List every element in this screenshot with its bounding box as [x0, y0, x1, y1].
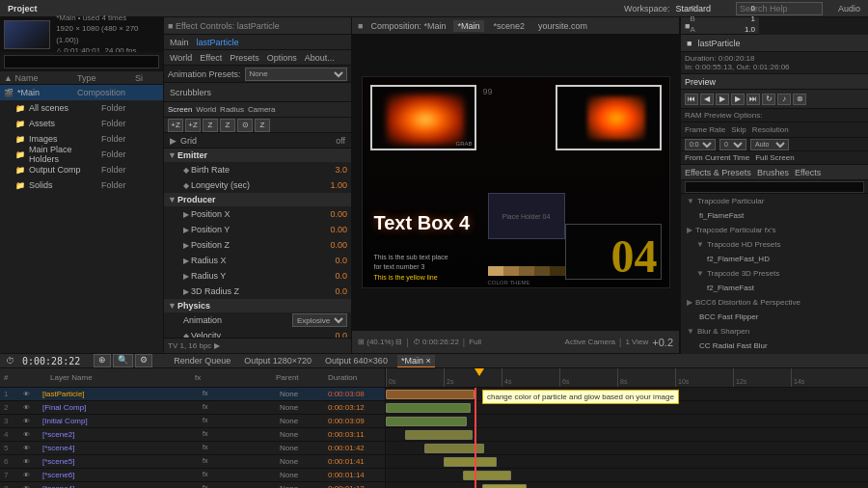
presets-select[interactable]: None: [245, 68, 347, 81]
main-comp-view[interactable]: GRAB 99 Text Box 4 This is the sub text …: [352, 35, 679, 330]
radius-x-row[interactable]: ▶ Radius X 0.0: [164, 253, 351, 268]
fx-btn-5[interactable]: fx: [203, 444, 212, 453]
comp-reset-btn[interactable]: +0.2: [652, 337, 673, 348]
fx-btn-4[interactable]: fx: [203, 430, 212, 440]
ep-trapcode-fx[interactable]: ▶ Trapcode Particular fx's: [681, 223, 868, 237]
layer-row-7[interactable]: 7 👁 [*scene6] fx None 0:00:01:14: [0, 469, 385, 482]
ep-flamefast-2[interactable]: f2_FlameFast: [681, 281, 868, 295]
menu-lastparticle[interactable]: lastParticle: [197, 38, 239, 47]
scrubber-z5[interactable]: Z: [255, 119, 270, 132]
ep-cc-radial[interactable]: CC Radial Fast Blur: [681, 339, 868, 353]
birth-rate-row[interactable]: ◆ Birth Rate 3.0: [164, 162, 351, 177]
btn-audio[interactable]: ♪: [777, 94, 791, 105]
ep-trapcode-hd[interactable]: ▼ Trapcode HD Presets: [681, 237, 868, 252]
btn-to-start[interactable]: ⏮: [685, 94, 698, 105]
tab-scene2[interactable]: *scene2: [490, 20, 529, 32]
layer-row-5[interactable]: 5 👁 [*scene4] fx None 0:00:01:42: [0, 442, 385, 455]
eye-icon-7[interactable]: 👁: [23, 472, 30, 478]
fx-btn-7[interactable]: fx: [203, 471, 212, 480]
ep-trapcode-3d[interactable]: ▼ Trapcode 3D Presets: [681, 266, 868, 281]
project-item-solids[interactable]: 📁 Solids Folder: [0, 177, 163, 193]
scrubber-z2[interactable]: +Z: [185, 119, 201, 132]
tab-output-2[interactable]: Output 640×360: [321, 355, 392, 366]
btn-mute[interactable]: ⊗: [793, 94, 806, 105]
scrubber-z3[interactable]: Z: [203, 119, 218, 132]
layer-row-1[interactable]: 1 👁 [lastParticle] fx None 0:00:03:08: [0, 388, 385, 401]
track-5[interactable]: [386, 442, 868, 455]
tab-main-timeline[interactable]: *Main ×: [397, 355, 435, 367]
project-item-output[interactable]: 📁 Output Comp Folder: [0, 162, 163, 177]
velocity-row[interactable]: ◆ Velocity 0.0: [164, 328, 351, 338]
ep-flamefast[interactable]: fi_FlameFast: [681, 208, 868, 223]
tl-btn-3[interactable]: ⚙: [135, 354, 152, 367]
tab-yoursite[interactable]: yoursite.com: [534, 20, 591, 32]
ep-bcc6[interactable]: ▶ BCC6 Distortion & Perspective: [681, 295, 868, 310]
track-6[interactable]: [386, 455, 868, 469]
fx-btn-3[interactable]: fx: [203, 417, 212, 426]
animation-row[interactable]: Animation Explosive: [164, 312, 351, 328]
frame-rate-select[interactable]: 0:01: [685, 139, 716, 150]
scrubber-z1[interactable]: +Z: [168, 119, 183, 132]
ep-blur-sharpen[interactable]: ▼ Blur & Sharpen: [681, 324, 868, 339]
tl-btn-2[interactable]: 🔍: [113, 354, 133, 367]
btn-play[interactable]: ▶: [716, 94, 729, 105]
menu-world[interactable]: World: [170, 53, 192, 63]
radius-tab[interactable]: Radius: [220, 105, 244, 114]
project-item-placeholders[interactable]: 📁 Main Place Holders Folder: [0, 147, 163, 162]
camera-tab[interactable]: Camera: [248, 105, 275, 114]
menu-main[interactable]: Main: [170, 38, 189, 47]
track-3[interactable]: [386, 415, 868, 428]
fx-btn-6[interactable]: fx: [203, 457, 212, 467]
track-7[interactable]: [386, 469, 868, 482]
eye-icon-2[interactable]: 👁: [23, 404, 30, 411]
tab-main[interactable]: *Main: [453, 20, 483, 32]
btn-fwd-frame[interactable]: ▶: [731, 94, 745, 105]
project-search[interactable]: [0, 52, 163, 71]
section-producer[interactable]: ▼ Producer: [164, 193, 351, 206]
scrubber-circle[interactable]: ⊙: [237, 119, 253, 132]
animation-dropdown[interactable]: Explosive: [292, 313, 347, 327]
layer-row-2[interactable]: 2 👁 [Final Comp] fx None 0:00:03:12: [0, 401, 385, 415]
fx-btn-2[interactable]: fx: [203, 403, 212, 413]
eye-icon-1[interactable]: 👁: [23, 391, 30, 397]
layer-row-4[interactable]: 4 👁 [*scene2] fx None 0:00:03:11: [0, 428, 385, 442]
radius-y-row[interactable]: ▶ Radius Y 0.0: [164, 268, 351, 284]
eye-icon-3[interactable]: 👁: [23, 418, 30, 424]
timeline-tracks[interactable]: 0s 2s 4s 6s 8s 10s 12s 14s change color …: [386, 368, 868, 488]
project-search-input[interactable]: [4, 55, 159, 68]
effects-tab[interactable]: Effects: [795, 168, 821, 177]
btn-back-frame[interactable]: ◀: [700, 94, 714, 105]
eye-icon-5[interactable]: 👁: [23, 445, 30, 451]
project-item-all-scenes[interactable]: 📁 All scenes Folder: [0, 100, 163, 116]
menu-presets[interactable]: Presets: [230, 53, 259, 63]
pos-x-row[interactable]: ▶ Position X 0.00: [164, 206, 351, 222]
skip-select[interactable]: 0: [719, 139, 746, 150]
effects-search[interactable]: [685, 181, 864, 193]
section-physics[interactable]: ▼ Physics: [164, 299, 351, 312]
world-tab[interactable]: World: [196, 105, 216, 114]
screen-tab[interactable]: Screen: [168, 105, 192, 114]
layer-row-6[interactable]: 6 👁 [*scene5] fx None 0:00:01:41: [0, 455, 385, 469]
eye-icon-4[interactable]: 👁: [23, 431, 30, 438]
brushes-tab[interactable]: Brushes: [757, 168, 789, 177]
pos-y-row[interactable]: ▶ Position Y 0.00: [164, 222, 351, 237]
ep-trapcode[interactable]: ▼ Trapcode Particular: [681, 194, 868, 208]
ep-bcc-flipper[interactable]: BCC Fast Flipper: [681, 310, 868, 324]
ep-flamefast-hd[interactable]: f2_FlameFast_HD: [681, 252, 868, 266]
btn-loop[interactable]: ↻: [762, 94, 775, 105]
radius-3d-row[interactable]: ▶ 3D Radius Z 0.0: [164, 284, 351, 299]
tab-render-queue[interactable]: Render Queue: [170, 355, 234, 366]
layer-row-8[interactable]: 8 👁 [*scene4] fx None 0:00:01:12: [0, 482, 385, 488]
layer-row-3[interactable]: 3 👁 [Initial Comp] fx None 0:00:03:09: [0, 415, 385, 428]
track-8[interactable]: [386, 482, 868, 488]
btn-to-end[interactable]: ⏭: [746, 94, 760, 105]
tab-output-1[interactable]: Output 1280×720: [240, 355, 315, 366]
longevity-row[interactable]: ◆ Longevity (sec) 1.00: [164, 177, 351, 193]
scrubber-z4[interactable]: Z: [220, 119, 235, 132]
pos-z-row[interactable]: ▶ Position Z 0.00: [164, 237, 351, 253]
fx-btn-8[interactable]: fx: [203, 484, 212, 489]
project-item-main[interactable]: 🎬 *Main Composition: [0, 85, 163, 100]
project-item-assets[interactable]: 📁 Assets Folder: [0, 116, 163, 131]
tl-btn-1[interactable]: ⊕: [94, 354, 111, 367]
menu-about[interactable]: About...: [305, 53, 335, 63]
